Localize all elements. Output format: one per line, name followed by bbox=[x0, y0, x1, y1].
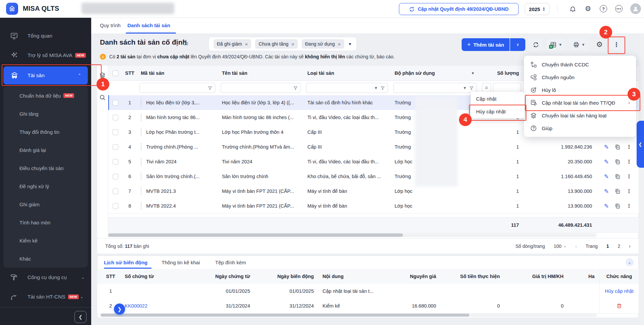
filter-operator-so-luong[interactable]: = bbox=[482, 83, 491, 93]
sidebar-subitem-danh-gia[interactable]: Đánh giá lại bbox=[3, 141, 88, 159]
edit-icon[interactable]: ✎ bbox=[604, 158, 609, 165]
chevron-down-icon[interactable]: ▼ bbox=[374, 86, 378, 90]
settings-button[interactable]: ⚙ bbox=[584, 5, 592, 13]
sidebar-subitem-de-nghi[interactable]: Đề nghị xử lý bbox=[3, 177, 88, 195]
col-header-so-luong[interactable]: Số lượng bbox=[479, 66, 524, 80]
table-row[interactable]: 8 MVTB 2022.4 Máy vi tính bàn FPT 2021 (… bbox=[108, 199, 639, 214]
row-menu-icon[interactable]: ⋮ bbox=[627, 159, 632, 164]
funnel-icon[interactable] bbox=[293, 86, 298, 90]
tab-quy-trinh[interactable]: Quy trình bbox=[100, 17, 121, 33]
duplicate-icon[interactable] bbox=[615, 188, 621, 194]
menu-item-cap-nhat-loai-tt-qd[interactable]: Cập nhật loại tài sản theo TT/QĐ › bbox=[524, 96, 636, 109]
row-menu-icon[interactable]: ⋮ bbox=[627, 174, 632, 179]
row-checkbox[interactable] bbox=[113, 115, 118, 120]
sidebar-subitem-hao-mon[interactable]: Tính hao mòn bbox=[3, 213, 88, 231]
col-header-ma-tai-san[interactable]: Mã tài sản bbox=[137, 66, 218, 80]
row-checkbox[interactable] bbox=[113, 188, 118, 194]
print-button[interactable]: ▼ bbox=[569, 38, 589, 51]
add-asset-dropdown[interactable]: ∨ bbox=[510, 38, 525, 51]
row-menu-icon[interactable]: ⋮ bbox=[627, 144, 632, 150]
table-settings-button[interactable]: ⚙ bbox=[592, 38, 607, 51]
duplicate-icon[interactable] bbox=[615, 203, 621, 209]
prev-page-button[interactable]: ‹ bbox=[575, 243, 577, 249]
row-checkbox[interactable] bbox=[113, 129, 118, 135]
detail-expand-button[interactable]: ❯ bbox=[114, 304, 125, 315]
funnel-icon[interactable] bbox=[208, 86, 212, 90]
select-all-checkbox[interactable] bbox=[113, 70, 118, 76]
add-asset-button[interactable]: + Thêm tài sản bbox=[462, 38, 510, 51]
edit-icon[interactable]: ✎ bbox=[604, 173, 609, 180]
sidebar-subitem-chuan-hoa[interactable]: Chuẩn hóa dữ liệu NEW bbox=[3, 87, 88, 105]
vertical-scrollbar-track[interactable] bbox=[639, 17, 644, 325]
chip-chua-ghi-tang[interactable]: Chưa ghi tăng× bbox=[255, 39, 298, 49]
update-decision-button[interactable]: Cập nhật Quyết định 49/2024/QĐ-UBND bbox=[399, 3, 519, 15]
col-header-loai-tai-san[interactable]: Loại tài sản bbox=[303, 66, 391, 80]
chevron-down-icon[interactable]: ▼ bbox=[463, 86, 467, 90]
refresh-button[interactable] bbox=[528, 38, 543, 51]
row-checkbox[interactable] bbox=[113, 100, 118, 106]
unlock-icon[interactable] bbox=[182, 39, 189, 46]
more-options-button[interactable]: ••• bbox=[615, 5, 623, 13]
table-row[interactable]: 7 MVTB 2021.3 Máy vi tính bàn FPT 2021 (… bbox=[108, 184, 639, 199]
table-horizontal-scrollbar[interactable] bbox=[108, 233, 597, 237]
user-avatar[interactable] bbox=[630, 3, 641, 14]
detail-tab-lich-su[interactable]: Lịch sử biến động bbox=[104, 256, 148, 269]
page-1-button[interactable]: 1 bbox=[606, 243, 609, 249]
sidebar-item-ava[interactable]: Trợ lý số MISA AVA NEW bbox=[0, 46, 91, 64]
duplicate-icon[interactable] bbox=[615, 159, 621, 165]
chip-remove-icon[interactable]: × bbox=[291, 41, 294, 47]
page-2-button[interactable]: 2 bbox=[618, 243, 621, 249]
notifications-button[interactable] bbox=[569, 5, 577, 13]
help-button[interactable]: ? bbox=[599, 5, 607, 13]
sidebar-item-overview[interactable]: Tổng quan bbox=[0, 27, 91, 45]
sidebar-item-assets[interactable]: Tài sản ⌃ bbox=[3, 66, 88, 85]
sidebar-subitem-dieu-chuyen[interactable]: Điều chuyển tài sản bbox=[3, 159, 88, 177]
chip-da-ghi-giam[interactable]: Đã ghi giảm× bbox=[214, 39, 251, 49]
side-panel-toggle[interactable]: ❮ bbox=[637, 121, 644, 168]
funnel-icon[interactable] bbox=[380, 86, 385, 90]
filter-input-so-luong[interactable] bbox=[493, 83, 521, 93]
row-checkbox[interactable] bbox=[113, 174, 118, 179]
sidebar-item-tools[interactable]: Công cụ dụng cụ ⌄ bbox=[0, 268, 91, 286]
duplicate-icon[interactable] bbox=[615, 174, 621, 179]
app-logo[interactable] bbox=[6, 3, 18, 15]
detail-tab-ke-khai[interactable]: Thông tin kê khai bbox=[162, 256, 200, 269]
col-header-bo-phan[interactable]: Bộ phận sử dụng ▼ bbox=[391, 66, 479, 80]
menu-item-chuyen-loai-hang-loat[interactable]: Chuyển loại tài sản hàng loạt bbox=[524, 109, 636, 122]
trash-icon[interactable] bbox=[616, 303, 622, 309]
chips-dropdown-icon[interactable]: ▼ bbox=[348, 42, 352, 46]
more-actions-button[interactable]: ⋮ bbox=[609, 38, 624, 51]
undo-update-link[interactable]: Hủy cập nhật bbox=[605, 288, 633, 294]
year-stepper-icon[interactable]: ▲▼ bbox=[542, 7, 545, 11]
sidebar-subitem-khac[interactable]: Khác bbox=[3, 250, 88, 268]
table-row[interactable]: 6 Sân lớn trường chính.(... Sân lớn trườ… bbox=[108, 169, 639, 184]
funnel-icon[interactable] bbox=[469, 86, 474, 90]
submenu-item-cap-nhat[interactable]: Cập nhật bbox=[471, 93, 524, 105]
edit-icon[interactable]: ✎ bbox=[604, 144, 609, 151]
chip-dang-su-dung[interactable]: Đang sử dụng× bbox=[302, 39, 344, 49]
row-menu-icon[interactable]: ⋮ bbox=[627, 188, 632, 194]
document-link[interactable]: KK000022 bbox=[125, 303, 148, 309]
table-row[interactable]: 4 Trường chính.(Phòng ... Trường chính.(… bbox=[108, 140, 639, 155]
menu-item-chuyen-nguon[interactable]: Chuyển nguồn bbox=[524, 71, 636, 84]
chip-remove-icon[interactable]: × bbox=[245, 41, 248, 47]
search-icon[interactable] bbox=[99, 94, 106, 101]
scrollbar-thumb[interactable] bbox=[101, 314, 469, 317]
detail-row[interactable]: 2 KK000022 31/12/2024 31/12/2024 Kiểm kê… bbox=[97, 299, 639, 314]
table-row[interactable]: 5 Tivi năm 2024 Tivi năm 2024 Ti vi, đầu… bbox=[108, 154, 639, 169]
row-checkbox[interactable] bbox=[113, 144, 118, 150]
year-selector[interactable]: 2025 ▲▼ bbox=[525, 3, 549, 15]
row-checkbox[interactable] bbox=[113, 203, 118, 209]
sidebar-subitem-ghi-tang[interactable]: Ghi tăng bbox=[3, 105, 88, 123]
sort-caret-icon[interactable]: ▼ bbox=[471, 71, 475, 75]
edit-icon[interactable]: ✎ bbox=[604, 203, 609, 210]
sidebar-subitem-ghi-giam[interactable]: Ghi giảm bbox=[3, 195, 88, 213]
sidebar-collapse-button[interactable]: ❮ bbox=[74, 311, 86, 323]
row-checkbox[interactable] bbox=[113, 159, 118, 165]
menu-item-giup[interactable]: Giúp bbox=[524, 122, 636, 134]
menu-item-chuyen-thanh-ccdc[interactable]: Chuyển thành CCDC bbox=[524, 58, 636, 71]
col-header-ten-tai-san[interactable]: Tên tài sản bbox=[218, 66, 303, 80]
chip-remove-icon[interactable]: × bbox=[338, 41, 341, 47]
filter-input-ma-tai-san[interactable] bbox=[139, 83, 215, 93]
submenu-item-huy-cap-nhat[interactable]: Hủy cập nhật bbox=[471, 105, 524, 118]
